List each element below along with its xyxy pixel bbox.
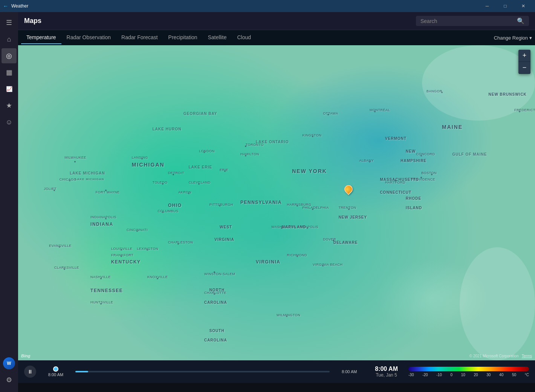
close-button[interactable]: ✕ bbox=[515, 0, 532, 12]
sidebar-item-maps[interactable]: ◎ bbox=[2, 48, 17, 63]
news-icon: ☺ bbox=[6, 118, 12, 126]
city-dot-bangor bbox=[441, 92, 443, 93]
tab-radar-forecast[interactable]: Radar Forecast bbox=[116, 31, 163, 44]
avatar: W bbox=[3, 357, 15, 369]
tab-satellite[interactable]: Satellite bbox=[203, 31, 232, 44]
minimize-button[interactable]: ─ bbox=[478, 0, 496, 12]
tab-cloud[interactable]: Cloud bbox=[232, 31, 256, 44]
search-input[interactable] bbox=[420, 18, 514, 24]
menu-icon: ☰ bbox=[6, 18, 12, 27]
city-dot-knoxville bbox=[157, 278, 158, 279]
map-tabs: Temperature Radar Observation Radar Fore… bbox=[18, 30, 535, 45]
city-dot-winston-salem bbox=[214, 271, 215, 273]
city-dot-richmond bbox=[297, 256, 298, 257]
search-bar[interactable]: 🔍 bbox=[416, 16, 529, 26]
city-dot-harrisburg bbox=[297, 205, 298, 207]
play-pause-button[interactable]: ⏸ bbox=[24, 366, 36, 378]
city-dot-detroit bbox=[173, 174, 174, 175]
city-dot-toledo bbox=[162, 183, 164, 185]
city-dot-hamilton bbox=[245, 155, 246, 156]
timeline-time-end: 8:00 AM bbox=[342, 369, 357, 374]
tab-temperature[interactable]: Temperature bbox=[21, 31, 61, 44]
city-dot-ottawa bbox=[327, 114, 329, 115]
city-dot-pittsburgh bbox=[219, 205, 220, 207]
sidebar-item-home[interactable]: ⌂ bbox=[2, 32, 17, 47]
historical-icon: 📈 bbox=[6, 86, 12, 92]
city-dot-washington bbox=[281, 227, 283, 229]
city-dot-trenton bbox=[348, 208, 350, 210]
city-dot-philadelphia bbox=[312, 208, 313, 210]
maps-icon: ◎ bbox=[6, 52, 12, 60]
city-dot-evansville bbox=[59, 246, 60, 248]
city-dot-kingston bbox=[312, 136, 313, 137]
city-dot-montreal bbox=[374, 111, 376, 112]
city-dot-clarksville bbox=[64, 268, 65, 270]
forecast-icon: ▦ bbox=[6, 68, 12, 77]
city-dot-virginia-beach bbox=[322, 265, 324, 266]
sidebar: ☰ ⌂ ◎ ▦ 📈 ★ ☺ W ⚙ bbox=[0, 12, 18, 392]
home-icon: ⌂ bbox=[7, 35, 11, 43]
city-dot-hartford bbox=[395, 180, 396, 181]
sidebar-item-favorites[interactable]: ★ bbox=[2, 98, 17, 113]
timeline-start: 8:00 AM bbox=[41, 366, 71, 377]
temperature-legend: -30 -20 -10 0 10 20 30 40 50 °C bbox=[408, 367, 529, 377]
app-container: ☰ ⌂ ◎ ▦ 📈 ★ ☺ W ⚙ Maps bbox=[0, 12, 535, 392]
timeline-time-start: 8:00 AM bbox=[48, 372, 63, 377]
city-dot-charleston bbox=[177, 243, 179, 245]
status-bar bbox=[18, 383, 535, 392]
sidebar-item-news[interactable]: ☺ bbox=[2, 115, 17, 130]
ocean-region-ne bbox=[422, 45, 535, 121]
sidebar-item-forecast[interactable]: ▦ bbox=[2, 65, 17, 80]
zoom-out-button[interactable]: − bbox=[518, 62, 530, 74]
city-dot-columbus bbox=[162, 211, 164, 213]
pause-icon: ⏸ bbox=[28, 369, 33, 375]
city-dot-concord bbox=[420, 155, 422, 156]
city-dot-annapolis bbox=[307, 227, 308, 229]
ocean-region-se bbox=[460, 247, 535, 360]
change-region-button[interactable]: Change Region ▾ bbox=[494, 35, 532, 41]
tab-radar-observation[interactable]: Radar Observation bbox=[61, 31, 116, 44]
back-button[interactable]: ← bbox=[3, 3, 8, 9]
header: Maps 🔍 bbox=[18, 12, 535, 30]
main-content: Maps 🔍 Temperature Radar Observation Rad… bbox=[18, 12, 535, 392]
city-dot-providence bbox=[420, 177, 422, 178]
terms-link[interactable]: Terms bbox=[522, 354, 532, 358]
zoom-controls: + − bbox=[518, 50, 530, 74]
city-dot-huntsville bbox=[100, 303, 102, 305]
location-pin[interactable] bbox=[344, 185, 353, 196]
city-dot-akron bbox=[188, 193, 190, 194]
timeline-bar[interactable] bbox=[75, 371, 330, 372]
timeline-end: 8:00 AM bbox=[334, 369, 364, 374]
sidebar-item-historical[interactable]: 📈 bbox=[2, 81, 17, 96]
city-dot-fort-wayne bbox=[105, 190, 107, 191]
search-icon: 🔍 bbox=[517, 17, 524, 24]
tab-precipitation[interactable]: Precipitation bbox=[163, 31, 203, 44]
titlebar-controls: ─ □ ✕ bbox=[478, 0, 532, 12]
app-title: Weather bbox=[11, 3, 28, 9]
city-dot-boston bbox=[431, 174, 433, 175]
city-dot-london bbox=[203, 152, 205, 153]
page-title: Maps bbox=[24, 17, 41, 25]
city-dot-charlotte bbox=[214, 293, 215, 295]
city-dot-chicago bbox=[69, 180, 70, 181]
zoom-in-button[interactable]: + bbox=[518, 50, 530, 62]
city-dot-milwaukee bbox=[74, 161, 76, 162]
city-dot-toronto bbox=[245, 145, 246, 147]
city-dot-nashville bbox=[100, 278, 102, 279]
sidebar-item-settings[interactable]: ⚙ bbox=[2, 372, 17, 387]
center-time-section: 8:00 AM Tue, Jan 5 bbox=[375, 366, 398, 378]
map-container[interactable]: MICHIGAN OHIO INDIANA KENTUCKY TENNESSEE… bbox=[18, 45, 535, 360]
maximize-button[interactable]: □ bbox=[497, 0, 514, 12]
temperature-labels: -30 -20 -10 0 10 20 30 40 50 °C bbox=[408, 373, 529, 377]
sidebar-item-menu[interactable]: ☰ bbox=[2, 15, 17, 30]
timeline-bar-fill bbox=[75, 371, 88, 372]
chevron-down-icon: ▾ bbox=[529, 35, 532, 41]
titlebar: ← Weather ─ □ ✕ bbox=[0, 0, 535, 12]
center-date: Tue, Jan 5 bbox=[376, 372, 397, 378]
favorites-icon: ★ bbox=[6, 101, 12, 110]
timeline-dot[interactable] bbox=[53, 366, 58, 372]
city-dot-joliet bbox=[54, 190, 55, 191]
city-dot-dover bbox=[333, 240, 334, 241]
center-time: 8:00 AM bbox=[375, 366, 398, 372]
city-dot-albany bbox=[369, 161, 370, 162]
